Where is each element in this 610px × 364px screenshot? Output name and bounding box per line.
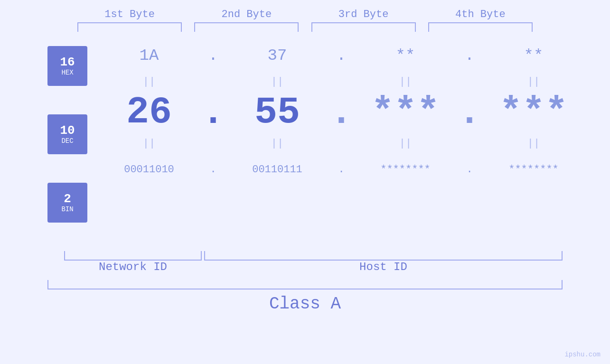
eq1-b4: || xyxy=(481,76,586,88)
eq2-b1: || xyxy=(97,138,201,149)
bracket-host xyxy=(204,251,563,261)
bottom-brackets-row xyxy=(47,251,563,261)
values-grid: 1A . 37 . ** . ** xyxy=(97,37,586,188)
hex-b1: 1A xyxy=(97,47,201,65)
eq1-b3: || xyxy=(353,76,458,88)
bin-badge: 2 BIN xyxy=(47,183,87,223)
bracket-network xyxy=(64,251,202,261)
class-label: Class A xyxy=(269,294,341,314)
dec-dot1: . xyxy=(201,91,225,134)
hex-b4: ** xyxy=(481,47,586,65)
bin-b2: 00110111 xyxy=(225,164,329,176)
bin-row: 00011010 . 00110111 . ******** . xyxy=(97,150,586,188)
hex-dot2: . xyxy=(329,47,353,65)
eq2-b4: || xyxy=(481,138,586,149)
dec-row: 26 . 55 . *** . *** xyxy=(97,89,586,136)
bin-b3: ******** xyxy=(353,164,458,176)
labels-column: 16 HEX 10 DEC 2 BIN xyxy=(47,46,87,251)
bracket-top-4 xyxy=(428,22,533,32)
hex-dot3: . xyxy=(458,47,481,65)
eq1-b2: || xyxy=(225,76,329,88)
bottom-area: Network ID Host ID Class A xyxy=(47,251,563,314)
top-brackets xyxy=(0,22,610,32)
bin-dot3: . xyxy=(458,164,481,176)
equals-row-2: || || || || xyxy=(97,136,586,150)
dec-b2: 55 xyxy=(225,93,329,131)
byte2-header: 2nd Byte xyxy=(194,9,299,20)
class-label-container: Class A xyxy=(47,294,563,314)
bracket-top-2 xyxy=(194,22,299,32)
eq2-b2: || xyxy=(225,138,329,149)
network-id-label: Network ID xyxy=(64,261,202,273)
bin-num: 2 xyxy=(64,192,71,206)
hex-badge: 16 HEX xyxy=(47,46,87,86)
byte4-header: 4th Byte xyxy=(428,9,533,20)
class-bracket xyxy=(47,280,563,289)
dec-badge: 10 DEC xyxy=(47,114,87,154)
bin-dot2: . xyxy=(329,164,353,176)
dec-b1: 26 xyxy=(97,93,201,131)
hex-num: 16 xyxy=(60,56,75,69)
host-id-label: Host ID xyxy=(204,261,563,273)
dec-dot3: . xyxy=(458,91,481,134)
id-labels-row: Network ID Host ID xyxy=(47,261,563,273)
dec-num: 10 xyxy=(60,124,75,138)
data-area: 16 HEX 10 DEC 2 BIN 1A . xyxy=(0,37,610,251)
dec-dot2: . xyxy=(329,91,353,134)
dec-base: DEC xyxy=(61,138,73,145)
byte3-header: 3rd Byte xyxy=(311,9,416,20)
byte1-header: 1st Byte xyxy=(77,9,182,20)
hex-b2: 37 xyxy=(225,47,329,65)
bin-b1: 00011010 xyxy=(97,164,201,176)
bin-base: BIN xyxy=(61,206,73,213)
hex-row: 1A . 37 . ** . ** xyxy=(97,37,586,75)
hex-dot1: . xyxy=(201,47,225,65)
bracket-top-3 xyxy=(311,22,416,32)
hex-b3: ** xyxy=(353,47,458,65)
main-container: 1st Byte 2nd Byte 3rd Byte 4th Byte 16 H… xyxy=(0,0,610,364)
dec-b3: *** xyxy=(353,93,458,131)
eq2-b3: || xyxy=(353,138,458,149)
equals-row-1: || || || || xyxy=(97,75,586,89)
bin-dot1: . xyxy=(201,164,225,176)
bracket-top-1 xyxy=(77,22,182,32)
watermark: ipshu.com xyxy=(564,351,601,358)
eq1-b1: || xyxy=(97,76,201,88)
dec-b4: *** xyxy=(481,93,586,131)
byte-headers: 1st Byte 2nd Byte 3rd Byte 4th Byte xyxy=(0,9,610,20)
hex-base: HEX xyxy=(61,69,73,76)
bin-b4: ******** xyxy=(481,164,586,176)
